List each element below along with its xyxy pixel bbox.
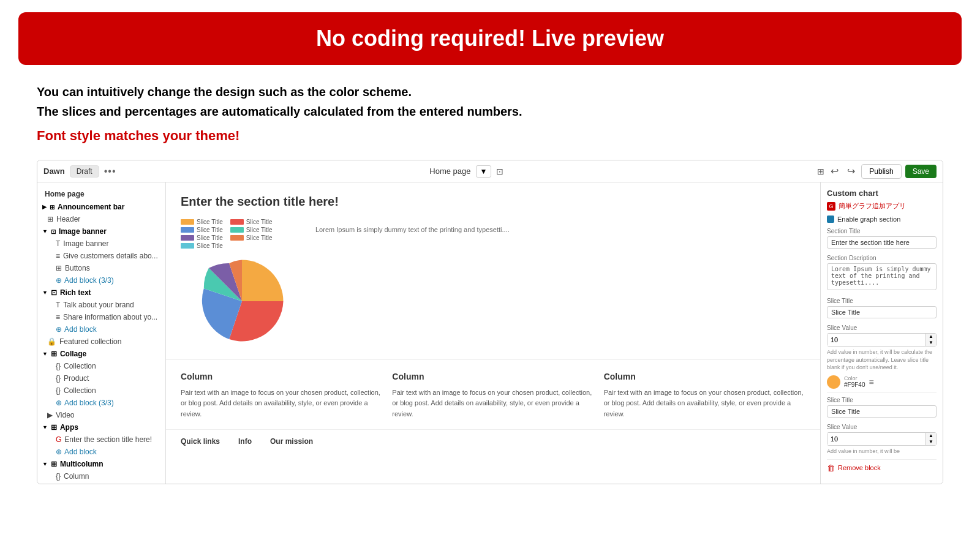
- sidebar-item-app-section[interactable]: G Enter the section title here!: [37, 433, 165, 446]
- rp-color-menu-icon[interactable]: ≡: [869, 377, 873, 387]
- toolbar-device-icon[interactable]: ⊡: [496, 167, 503, 176]
- pie-slice-1: [242, 260, 284, 302]
- sidebar-add-block-rich[interactable]: ⊕ Add block: [37, 323, 165, 335]
- sidebar-add-block-collage[interactable]: ⊕ Add block (3/3): [37, 397, 165, 409]
- sidebar-add-block-image[interactable]: ⊕ Add block (3/3): [37, 274, 165, 287]
- arrow-icon: ▶: [42, 204, 47, 210]
- rp-checkbox[interactable]: [827, 216, 834, 223]
- rp-remove-btn[interactable]: 🗑 Remove block: [827, 463, 937, 473]
- rp-app-name: 簡単グラフ追加アプリ: [839, 201, 906, 211]
- desc-line1: You can intuitively change the design su…: [37, 82, 943, 102]
- list-icon: ≡: [56, 252, 60, 260]
- sidebar-item-apps[interactable]: ▼ ⊞ Apps: [37, 421, 165, 433]
- legend-label-1: Slice Title: [197, 219, 223, 225]
- rp-enable-row[interactable]: Enable graph section: [827, 216, 937, 223]
- rp-slice-title-input1[interactable]: [827, 306, 937, 318]
- rp-slice-value-input2[interactable]: [827, 433, 925, 445]
- section-icon: ⊞: [50, 204, 55, 211]
- canvas-columns-section: Column Pair text with an image to focus …: [166, 360, 820, 430]
- legend-color-5: [181, 235, 194, 241]
- sidebar-label: Collage: [60, 350, 86, 358]
- rp-increment-btn2[interactable]: ▲: [926, 433, 936, 439]
- rp-decrement-btn2[interactable]: ▼: [926, 439, 936, 445]
- sidebar-item-video[interactable]: ▶ Video: [37, 409, 165, 421]
- legend-label-2: Slice Title: [246, 219, 273, 225]
- sidebar-label: Add block (3/3): [64, 399, 114, 407]
- sidebar-item-rich-text[interactable]: ▼ ⊡ Rich text: [37, 287, 165, 299]
- toolbar-save-icon[interactable]: ⊞: [817, 167, 824, 176]
- sidebar-label: Buttons: [65, 264, 90, 272]
- col-title-2: Column: [392, 370, 594, 383]
- sidebar-item-talk-brand[interactable]: T Talk about your brand: [37, 299, 165, 311]
- rp-divider2: [827, 459, 937, 460]
- rp-app-icon: G: [827, 202, 835, 211]
- rp-hint1: Add value in number, it will be calculat…: [827, 348, 937, 372]
- toolbar-right: ⊞ ↩ ↪ Publish Save: [817, 164, 937, 179]
- sidebar-item-collection1[interactable]: {} Collection: [37, 360, 165, 372]
- sidebar-item-featured-collection[interactable]: 🔒 Featured collection: [37, 335, 165, 348]
- rp-increment-btn1[interactable]: ▲: [926, 334, 936, 340]
- toolbar-page-title: Home page: [429, 167, 470, 176]
- sidebar-item-customers-details[interactable]: ≡ Give customers details abo...: [37, 250, 165, 262]
- toolbar-dots[interactable]: •••: [104, 166, 116, 177]
- rp-slice-title-input2[interactable]: [827, 405, 937, 418]
- sidebar-item-image-banner[interactable]: ▼ ⊡ Image banner: [37, 225, 165, 238]
- chart-description: Lorem Ipsum is simply dummy text of the …: [315, 219, 805, 236]
- rp-section-desc-label: Section Dscription: [827, 255, 937, 261]
- sidebar-item-collection2[interactable]: {} Collection: [37, 384, 165, 397]
- banner-title: No coding required! Live preview: [18, 26, 962, 51]
- toolbar-dropdown[interactable]: ▼: [476, 165, 492, 178]
- legend-row-2: Slice Title Slice Title: [181, 227, 303, 233]
- sidebar-item-image-banner-text[interactable]: T Image banner: [37, 238, 165, 250]
- rp-remove-label: Remove block: [838, 464, 881, 471]
- save-button[interactable]: Save: [905, 165, 937, 178]
- toolbar-undo-btn[interactable]: ↩: [828, 164, 841, 178]
- chart-legend: Slice Title Slice Title Slice Title Slic…: [181, 219, 303, 249]
- rp-decrement-btn1[interactable]: ▼: [926, 340, 936, 346]
- sidebar-add-block-apps[interactable]: ⊕ Add block: [37, 446, 165, 458]
- column-1: Column Pair text with an image to focus …: [181, 370, 382, 419]
- sidebar-label: Video: [56, 411, 74, 419]
- legend-row-4: Slice Title: [181, 242, 303, 249]
- footer-link-3: Our mission: [270, 437, 313, 446]
- rp-divider: [827, 392, 937, 393]
- description-section: You can intuitively change the design su…: [37, 82, 943, 146]
- block-icon: {}: [56, 472, 61, 481]
- sidebar-item-collage[interactable]: ▼ ⊞ Collage: [37, 348, 165, 360]
- sidebar-label: Featured collection: [59, 337, 121, 346]
- rich-icon: ⊡: [51, 288, 57, 297]
- sidebar-item-share-info[interactable]: ≡ Share information about yo...: [37, 311, 165, 323]
- arrow-icon: ▼: [42, 290, 48, 296]
- rp-section-title-input[interactable]: [827, 236, 937, 249]
- chart-area: Slice Title Slice Title Slice Title Slic…: [181, 219, 805, 347]
- toolbar-brand: Dawn: [43, 167, 65, 176]
- rp-color-swatch[interactable]: [827, 375, 840, 389]
- sidebar-item-header[interactable]: ⊞ Header: [37, 213, 165, 225]
- sidebar-item-product[interactable]: {} Product: [37, 372, 165, 384]
- rp-slice-value-input1[interactable]: [827, 334, 925, 346]
- legend-label-4: Slice Title: [246, 227, 273, 233]
- sidebar-label: Image banner: [63, 239, 108, 248]
- col-title-3: Column: [604, 370, 805, 383]
- column-2: Column Pair text with an image to focus …: [392, 370, 594, 419]
- sidebar-item-column[interactable]: {} Column: [37, 470, 165, 482]
- col-text-1: Pair text with an image to focus on your…: [181, 388, 382, 420]
- publish-button[interactable]: Publish: [861, 164, 901, 179]
- buttons-icon: ⊞: [56, 264, 62, 272]
- legend-row-1: Slice Title Slice Title: [181, 219, 303, 225]
- legend-color-2: [230, 219, 244, 225]
- legend-label-7: Slice Title: [197, 242, 223, 249]
- sidebar-item-multicolumn[interactable]: ▼ ⊞ Multicolumn: [37, 458, 165, 470]
- sidebar-label: Add block: [64, 448, 97, 456]
- sidebar-item-buttons[interactable]: ⊞ Buttons: [37, 262, 165, 274]
- banner-icon: ⊡: [51, 228, 56, 235]
- rp-color-row[interactable]: Color #F9F40 ≡: [827, 375, 937, 389]
- canvas: Enter the section title here! Slice Titl…: [166, 182, 820, 484]
- toolbar-redo-btn[interactable]: ↪: [845, 164, 858, 178]
- rp-section-desc-textarea[interactable]: Lorem Ipsum is simply dummy text of the …: [827, 263, 937, 290]
- sidebar-item-announcement[interactable]: ▶ ⊞ Announcement bar: [37, 201, 165, 213]
- rp-color-info: Color #F9F40: [844, 375, 865, 388]
- rp-slice-value-row2: ▲ ▼: [827, 432, 937, 446]
- sidebar-label: Column: [64, 472, 89, 481]
- toolbar-tab-draft[interactable]: Draft: [70, 165, 99, 178]
